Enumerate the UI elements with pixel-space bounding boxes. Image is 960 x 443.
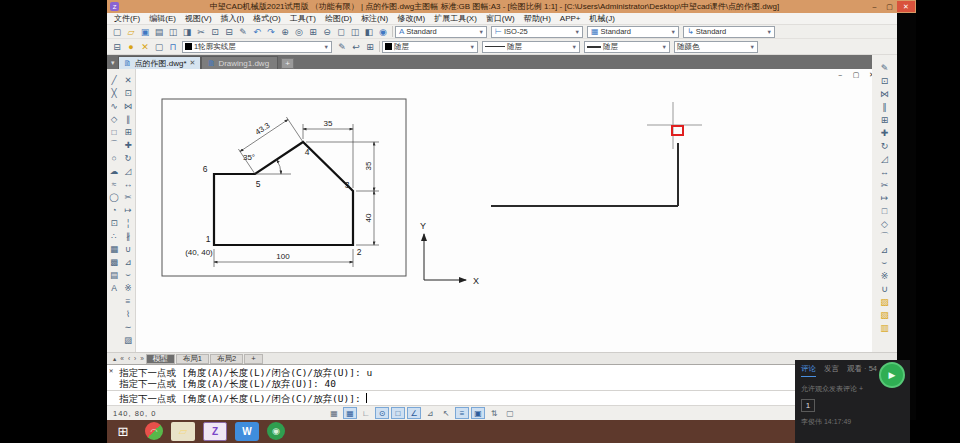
command-close-icon[interactable]: ✕ <box>109 367 113 375</box>
mirror-icon[interactable]: ⋈ <box>122 99 135 112</box>
align-icon[interactable]: ≡ <box>122 294 135 307</box>
ducs-toggle[interactable]: ⊿ <box>423 407 437 419</box>
grid-toggle[interactable]: ▦ <box>343 407 357 419</box>
viewport-single-icon[interactable]: ◻ <box>334 25 348 38</box>
polygon-icon[interactable]: ◇ <box>878 217 892 230</box>
menu-item[interactable]: 标注(N) <box>357 13 392 24</box>
layer-previous-icon[interactable]: ↩ <box>349 40 363 53</box>
layer-lock-icon[interactable]: ⊓ <box>166 40 180 53</box>
browser-360-icon[interactable]: ◠ <box>145 422 163 440</box>
extend-icon[interactable]: ↦ <box>878 191 892 204</box>
menu-item[interactable]: 绘图(D) <box>321 13 356 24</box>
trim-icon[interactable]: ✂ <box>878 178 892 191</box>
circle-icon[interactable]: ○ <box>108 151 121 164</box>
table-style-dropdown[interactable]: ▦ Standard ▼ <box>587 26 679 38</box>
line-icon[interactable]: ╱ <box>108 73 121 86</box>
lineweight-dropdown[interactable]: 随层 ▼ <box>584 41 670 53</box>
fillet-icon[interactable]: ⌣ <box>878 256 892 269</box>
spline-icon[interactable]: ≈ <box>108 177 121 190</box>
edit-hatch-icon[interactable]: ▨ <box>122 333 135 346</box>
copy-object-icon[interactable]: ⊡ <box>878 74 892 87</box>
layout-nav-icon[interactable]: ▴ <box>111 355 118 363</box>
layer-manager-icon[interactable]: ⊟ <box>110 40 124 53</box>
rotate-icon[interactable]: ↻ <box>122 151 135 164</box>
array-icon[interactable]: ⊞ <box>878 113 892 126</box>
ortho-toggle[interactable]: ∟ <box>359 407 373 419</box>
layout-tab[interactable]: 布局2 <box>210 354 243 364</box>
chamfer-icon[interactable]: ⊿ <box>122 255 135 268</box>
menu-item[interactable]: 视图(V) <box>181 13 216 24</box>
folder-icon[interactable]: ▱ <box>171 422 195 441</box>
make-layer-current-icon[interactable]: ✎ <box>335 40 349 53</box>
menu-item[interactable]: 工具(T) <box>286 13 320 24</box>
snap-toggle[interactable]: ▦ <box>327 407 341 419</box>
polar-toggle[interactable]: ⊙ <box>375 407 389 419</box>
scale-icon[interactable]: ◿ <box>122 164 135 177</box>
explode-icon[interactable]: ※ <box>878 269 892 282</box>
save-icon[interactable]: ▣ <box>138 25 152 38</box>
menu-item[interactable]: 编辑(E) <box>145 13 180 24</box>
offset-icon[interactable]: ∥ <box>122 112 135 125</box>
quickprop-toggle[interactable]: ▣ <box>471 407 485 419</box>
arc-edit-icon[interactable]: ⌒ <box>878 230 892 243</box>
menu-item[interactable]: 格式(O) <box>249 13 285 24</box>
lineweight-toggle[interactable]: ≡ <box>455 407 469 419</box>
new-drawing-tab-button[interactable]: + <box>281 58 294 69</box>
layer-states-icon[interactable]: ⊞ <box>363 40 377 53</box>
match-layer-icon[interactable]: ▨ <box>878 295 892 308</box>
stretch-icon[interactable]: ↔ <box>878 165 892 178</box>
table-icon[interactable]: ▤ <box>108 268 121 281</box>
ellipse-icon[interactable]: ◯ <box>108 190 121 203</box>
move-icon[interactable]: ✚ <box>122 138 135 151</box>
viewport-three-icon[interactable]: ◧ <box>362 25 376 38</box>
zoom-realtime-icon[interactable]: ◎ <box>292 25 306 38</box>
point-icon[interactable]: ∴ <box>108 229 121 242</box>
layer-freeze-icon[interactable]: ▢ <box>152 40 166 53</box>
overlay-tab[interactable]: 观看 · 54 <box>847 364 877 377</box>
cut-icon[interactable]: ✂ <box>194 25 208 38</box>
wps-icon[interactable]: W <box>235 422 259 441</box>
osnap-toggle[interactable]: □ <box>391 407 405 419</box>
pan-icon[interactable]: ⊕ <box>278 25 292 38</box>
zoom-previous-icon[interactable]: ⊖ <box>320 25 334 38</box>
polyline-icon[interactable]: ∿ <box>108 99 121 112</box>
redo-icon[interactable]: ↷ <box>264 25 278 38</box>
chat-message[interactable]: 1 <box>801 399 815 412</box>
close-button[interactable]: ✕ <box>897 1 915 12</box>
erase-icon[interactable]: ✕ <box>122 73 135 86</box>
copy-icon[interactable]: ⊡ <box>208 25 222 38</box>
viewport-two-icon[interactable]: ◫ <box>348 25 362 38</box>
overlay-tab[interactable]: 评论 <box>801 364 816 377</box>
new-file-icon[interactable]: ▢ <box>110 25 124 38</box>
chamfer-icon[interactable]: ⊿ <box>878 243 892 256</box>
plot-icon[interactable]: ▤ <box>152 25 166 38</box>
polygon-icon[interactable]: ◇ <box>108 112 121 125</box>
explode-icon[interactable]: ※ <box>122 281 135 294</box>
tab-list-dropdown-icon[interactable]: ▾ <box>109 59 118 69</box>
insert-block-icon[interactable]: ⊡ <box>108 216 121 229</box>
plotstyle-dropdown[interactable]: 随颜色 ▼ <box>674 41 758 53</box>
zwcad-taskbar-icon[interactable]: Z <box>203 422 227 441</box>
dim-style-dropdown[interactable]: ⊢ ISO-25 ▼ <box>491 26 583 38</box>
revision-cloud-icon[interactable]: ☁ <box>108 164 121 177</box>
menu-item[interactable]: APP+ <box>556 14 585 23</box>
layout-tab[interactable]: 布局1 <box>176 354 209 364</box>
break-at-point-icon[interactable]: ¦ <box>122 216 135 229</box>
edit-properties-icon[interactable]: ✎ <box>878 61 892 74</box>
open-file-icon[interactable]: ▱ <box>124 25 138 38</box>
move-icon[interactable]: ✚ <box>878 126 892 139</box>
layer-off-icon[interactable]: ✕ <box>138 40 152 53</box>
layout-nav-icon[interactable]: » <box>138 355 146 363</box>
publish-icon[interactable]: ◨ <box>180 25 194 38</box>
menu-item[interactable]: 机械(J) <box>585 13 618 24</box>
offset-icon[interactable]: ∥ <box>878 100 892 113</box>
undo-icon[interactable]: ↶ <box>250 25 264 38</box>
live-class-icon[interactable]: ◉ <box>267 422 285 440</box>
edit-spline-icon[interactable]: ∼ <box>122 320 135 333</box>
join-icon[interactable]: ∪ <box>122 242 135 255</box>
live-camera-button[interactable]: ▶ <box>879 362 905 388</box>
otrack-toggle[interactable]: ∠ <box>407 407 421 419</box>
copy-object-icon[interactable]: ⊡ <box>122 86 135 99</box>
rotate-icon[interactable]: ↻ <box>878 139 892 152</box>
text-style-dropdown[interactable]: A Standard ▼ <box>395 26 487 38</box>
